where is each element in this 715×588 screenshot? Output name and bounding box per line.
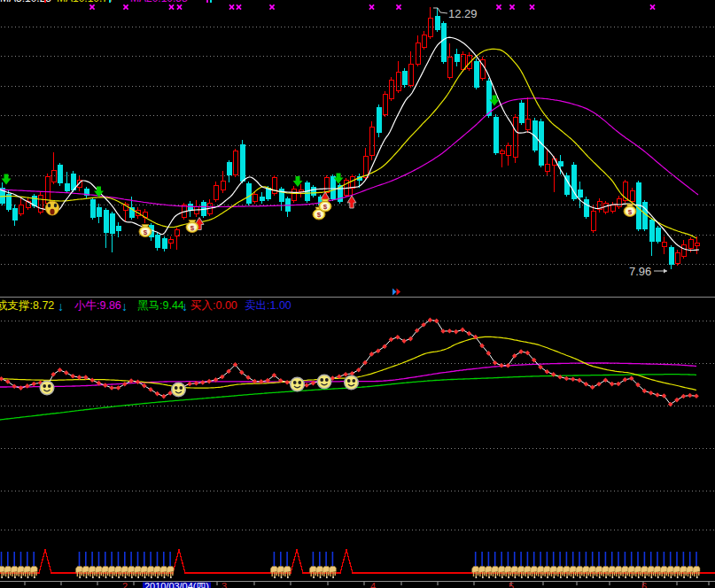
svg-text:MA10:10.77: MA10:10.77 (57, 0, 114, 4)
svg-text:3: 3 (221, 581, 227, 588)
svg-text:5: 5 (509, 581, 514, 588)
svg-text:$: $ (628, 208, 633, 216)
svg-text:↓: ↓ (182, 299, 188, 313)
svg-text:2010/03/04(四): 2010/03/04(四) (144, 581, 209, 588)
svg-text:↓: ↓ (58, 299, 64, 313)
svg-text:黑马:9.44: 黑马:9.44 (137, 299, 184, 312)
svg-text:$: $ (190, 224, 195, 232)
svg-text:卖出:1.00: 卖出:1.00 (245, 299, 291, 312)
svg-text:↓: ↓ (121, 299, 128, 313)
svg-text:$: $ (144, 228, 148, 236)
svg-text:或支撑:8.72: 或支撑:8.72 (0, 299, 54, 312)
svg-text:$: $ (323, 203, 328, 211)
svg-text:买入:0.00: 买入:0.00 (190, 299, 237, 312)
svg-text:7.96: 7.96 (629, 265, 651, 278)
svg-text:4: 4 (370, 581, 376, 588)
svg-text:MA20:10.58: MA20:10.58 (130, 0, 188, 4)
svg-text:小牛:9.86: 小牛:9.86 (74, 299, 121, 312)
svg-text:MA5:10.25: MA5:10.25 (0, 0, 51, 4)
svg-text:$: $ (317, 211, 322, 219)
svg-text:12.29: 12.29 (448, 7, 478, 20)
svg-text:2: 2 (122, 581, 128, 588)
svg-text:6: 6 (641, 581, 647, 588)
